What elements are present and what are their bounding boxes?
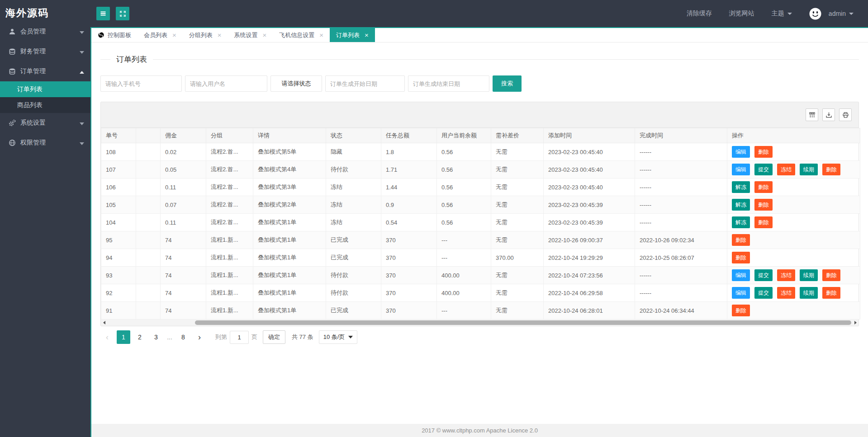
renew-button[interactable]: 续期 — [800, 287, 818, 299]
freeze-button[interactable]: 冻结 — [777, 164, 795, 175]
fullscreen-button[interactable] — [116, 7, 129, 20]
close-icon[interactable]: × — [365, 32, 369, 38]
table-header-row: 单号佣金分组详情状态任务总额用户当前余额需补差价添加时间完成时间操作 — [101, 128, 860, 143]
tab-group-list[interactable]: 分组列表× — [183, 28, 228, 42]
edit-button[interactable]: 编辑 — [732, 146, 750, 158]
delete-button[interactable]: 删除 — [754, 199, 773, 211]
sidebar-item-label: 会员管理 — [20, 28, 46, 36]
table-cell: 无需 — [491, 196, 544, 214]
phone-input[interactable] — [100, 75, 182, 92]
export-button[interactable] — [822, 108, 835, 121]
unfreeze-button[interactable]: 解冻 — [732, 216, 750, 228]
submit-button[interactable]: 提交 — [754, 269, 773, 281]
sidebar-item-system[interactable]: 系统设置 — [0, 113, 90, 133]
table-cell: ------ — [635, 179, 727, 196]
confirm-button[interactable]: 确定 — [263, 330, 285, 344]
table-cell — [136, 302, 161, 320]
sidebar-menu: 会员管理财务管理订单管理订单列表商品列表系统设置权限管理 — [0, 22, 90, 153]
chevron-down-icon — [787, 13, 792, 15]
sidebar-item-label: 权限管理 — [20, 139, 46, 147]
page-number-button[interactable]: 1 — [117, 330, 130, 344]
sidebar-item-order-list[interactable]: 订单列表 — [0, 81, 90, 97]
start-date-input[interactable] — [325, 75, 405, 92]
actions-cell: 解冻删除 — [727, 214, 860, 231]
prev-page-button[interactable]: ‹ — [100, 330, 114, 344]
delete-button[interactable]: 删除 — [732, 234, 750, 246]
username-label: admin — [829, 10, 846, 17]
edit-button[interactable]: 编辑 — [732, 287, 750, 299]
user-dropdown[interactable]: admin — [829, 10, 854, 17]
clear-cache-link[interactable]: 清除缓存 — [687, 9, 712, 18]
delete-button[interactable]: 删除 — [754, 146, 773, 158]
scrollbar-track[interactable] — [107, 320, 852, 326]
sidebar-item-finance[interactable]: 财务管理 — [0, 42, 90, 61]
username-input[interactable] — [185, 75, 267, 92]
submit-button[interactable]: 提交 — [754, 287, 773, 299]
freeze-button[interactable]: 冻结 — [777, 269, 795, 281]
close-icon[interactable]: × — [319, 32, 323, 38]
renew-button[interactable]: 续期 — [800, 164, 818, 175]
delete-button[interactable]: 删除 — [754, 181, 773, 193]
avatar[interactable] — [809, 8, 821, 20]
close-icon[interactable]: × — [218, 32, 222, 38]
delete-button[interactable]: 删除 — [732, 305, 750, 316]
search-button[interactable]: 搜索 — [493, 75, 522, 92]
actions-cell: 删除 — [727, 231, 860, 249]
table-cell: 2022-10-24 06:29:58 — [544, 284, 635, 302]
page-number-button[interactable]: 2 — [133, 330, 147, 344]
table-cell: 叠加模式第1单 — [253, 231, 326, 249]
end-date-input[interactable] — [408, 75, 489, 92]
horizontal-scrollbar[interactable] — [101, 320, 859, 326]
table-cell: 0.54 — [381, 214, 437, 231]
table-cell — [136, 284, 161, 302]
columns-button[interactable] — [806, 108, 818, 121]
table-cell: ------ — [635, 196, 727, 214]
freeze-button[interactable]: 冻结 — [777, 287, 795, 299]
scroll-right-arrow-icon[interactable] — [852, 321, 859, 324]
table-cell: 无需 — [491, 284, 544, 302]
renew-button[interactable]: 续期 — [800, 269, 818, 281]
delete-button[interactable]: 删除 — [822, 164, 840, 175]
sidebar-item-goods-list[interactable]: 商品列表 — [0, 97, 90, 113]
jump-prefix-label: 到第 — [215, 333, 227, 341]
jump-page-input[interactable] — [230, 331, 249, 344]
table-cell: 流程2.首... — [206, 143, 253, 161]
next-page-button[interactable]: › — [193, 330, 206, 344]
tab-system-settings[interactable]: 系统设置× — [228, 28, 273, 42]
print-button[interactable] — [839, 108, 852, 121]
page-number-button[interactable]: 3 — [149, 330, 163, 344]
sidebar-item-member[interactable]: 会员管理 — [0, 22, 90, 42]
status-select-button[interactable]: 请选择状态 — [270, 75, 322, 92]
delete-button[interactable]: 删除 — [822, 269, 840, 281]
unfreeze-button[interactable]: 解冻 — [732, 181, 750, 193]
tab-member-list[interactable]: 会员列表× — [138, 28, 183, 42]
scroll-left-arrow-icon[interactable] — [101, 321, 107, 324]
scrollbar-thumb[interactable] — [195, 320, 851, 325]
column-header: 单号 — [101, 128, 136, 143]
close-icon[interactable]: × — [263, 32, 267, 38]
tab-dashboard[interactable]: 控制面板 — [91, 28, 138, 42]
delete-button[interactable]: 删除 — [732, 252, 750, 263]
edit-button[interactable]: 编辑 — [732, 164, 750, 175]
page-number-button[interactable]: 8 — [176, 330, 190, 344]
sidebar-item-permission[interactable]: 权限管理 — [0, 133, 90, 153]
unfreeze-button[interactable]: 解冻 — [732, 199, 750, 211]
sidebar-item-order[interactable]: 订单管理 — [0, 61, 90, 81]
tab-flight-info-settings[interactable]: 飞机信息设置× — [273, 28, 330, 42]
table-cell: 104 — [101, 214, 136, 231]
theme-dropdown[interactable]: 主题 — [772, 9, 792, 18]
delete-button[interactable]: 删除 — [822, 287, 840, 299]
menu-toggle-button[interactable] — [96, 7, 110, 20]
table-body: 1080.02流程2.首...叠加模式第5单隐藏1.80.56无需2023-02… — [101, 143, 860, 320]
submit-button[interactable]: 提交 — [754, 164, 773, 175]
tab-label: 分组列表 — [189, 31, 213, 39]
actions-cell: 解冻删除 — [727, 196, 860, 214]
delete-button[interactable]: 删除 — [754, 216, 773, 228]
close-icon[interactable]: × — [172, 32, 176, 38]
page-size-select[interactable]: 10 条/页 — [319, 330, 358, 344]
browse-site-link[interactable]: 浏览网站 — [729, 9, 754, 18]
table-cell: 1.8 — [381, 143, 437, 161]
edit-button[interactable]: 编辑 — [732, 269, 750, 281]
tab-order-list[interactable]: 订单列表× — [330, 28, 375, 42]
table-cell: 105 — [101, 196, 136, 214]
